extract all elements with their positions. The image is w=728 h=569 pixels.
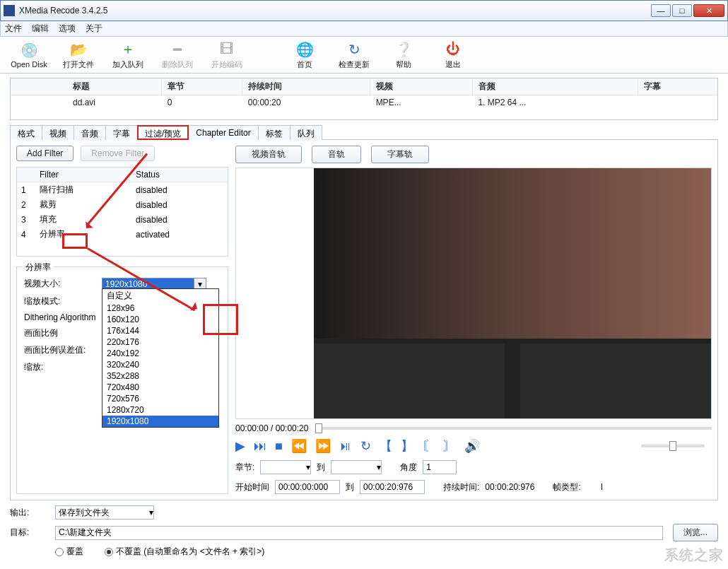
forward-icon[interactable]: ⏩ [315,438,331,454]
dropdown-option[interactable]: 220x176 [102,336,218,348]
target-label: 目标: [10,527,45,539]
volume-slider[interactable] [641,445,705,447]
end-time-input[interactable] [360,480,425,494]
dropdown-option[interactable]: 160x120 [102,314,218,325]
audio-track-button[interactable]: 音轨 [312,146,361,163]
step-fwd-icon[interactable]: ⏯ [339,439,352,454]
col-subtitle[interactable]: 字幕 [638,78,717,95]
player-controls: ▶ ⏭ ■ ⏪ ⏩ ⏯ ↻ 【 】 〘 〙 🔊 [235,438,712,454]
to-label-2: 到 [346,481,354,493]
frametype-label: 帧类型: [553,481,580,493]
filter-row[interactable]: 2裁剪disabled [17,197,228,212]
col-duration[interactable]: 持续时间 [242,78,370,95]
seek-thumb[interactable] [315,423,322,433]
tab-audio[interactable]: 音频 [74,125,106,140]
tab-format[interactable]: 格式 [10,125,42,140]
mark-in-icon[interactable]: 【 [380,438,392,454]
close-button[interactable]: ✕ [693,4,724,17]
toolbar-help[interactable]: ❔帮助 [379,38,428,72]
tab-queue[interactable]: 队列 [290,125,322,140]
chapter-to-combo[interactable]: ▾ [331,460,382,474]
frametype-value: I [601,482,603,492]
tab-subtitle[interactable]: 字幕 [105,125,138,140]
work-area: Add Filter Remove Filter FilterStatus 1隔… [10,140,718,500]
menu-about[interactable]: 关于 [86,23,102,35]
tab-tags[interactable]: 标签 [258,125,290,140]
tab-strip: 格式 视频 音频 字幕 过滤/预览 Chapter Editor 标签 队列 [10,124,718,140]
loop-icon[interactable]: ↻ [360,438,371,454]
minimize-button[interactable]: — [651,4,671,17]
col-status[interactable]: Status [131,168,228,182]
toolbar-check-update[interactable]: ↻检查更新 [329,38,379,72]
dropdown-option[interactable]: 320x240 [102,359,218,370]
tab-filter-preview[interactable]: 过滤/预览 [137,125,189,140]
resolution-group: 分辨率 视频大小: 1920x1080 ▾ 缩放模式: Dithering Al… [16,266,228,494]
toolbar-home[interactable]: 🌐首页 [280,38,329,72]
dropdown-option[interactable]: 720x576 [102,393,218,404]
aspect-tol-label: 画面比例误差值: [24,344,102,356]
dropdown-option[interactable]: 1280x720 [102,404,218,416]
dropdown-option[interactable]: 720x480 [102,382,218,393]
exit-icon: ⏻ [445,41,462,58]
overwrite-radio[interactable]: 覆盖 [55,546,83,558]
toolbar-add-queue[interactable]: ＋加入队列 [103,38,153,72]
home-icon: 🌐 [296,41,313,58]
next-icon[interactable]: ⏭ [254,439,266,454]
goto-in-icon[interactable]: 〘 [422,438,435,454]
time-readout: 00:00:00 / 00:00:20 [235,423,308,433]
col-video[interactable]: 视频 [370,78,473,95]
stop-icon[interactable]: ■ [275,439,283,454]
app-icon [4,5,15,16]
mark-out-icon[interactable]: 】 [401,438,413,454]
no-overwrite-radio[interactable]: 不覆盖 (自动重命名为 <文件名 + 索引>) [105,546,264,558]
tab-video[interactable]: 视频 [42,125,74,140]
left-panel: Add Filter Remove Filter FilterStatus 1隔… [16,146,228,494]
video-size-label: 视频大小: [24,278,102,290]
col-filter[interactable]: Filter [35,168,131,182]
menu-file[interactable]: 文件 [5,23,22,35]
toolbar-open-disk[interactable]: 💿Open Disk [4,38,54,72]
angle-label: 角度 [400,462,417,474]
col-chapter[interactable]: 章节 [162,78,242,95]
filter-row[interactable]: 4分辨率activated [17,227,228,242]
slider-thumb[interactable] [669,441,676,451]
output-mode-combo[interactable]: 保存到文件夹▾ [55,505,154,520]
menubar: 文件 编辑 选项 关于 [0,21,728,37]
volume-icon[interactable]: 🔊 [464,438,480,454]
menu-options[interactable]: 选项 [59,23,76,35]
seek-bar[interactable] [315,427,712,430]
dropdown-option[interactable]: 176x144 [102,325,218,336]
filter-row[interactable]: 3填充disabled [17,212,228,227]
dropdown-option[interactable]: 352x288 [102,370,218,382]
watermark: 系统之家 [664,546,724,565]
toolbar-remove-queue[interactable]: ━删除队列 [153,38,202,72]
menu-edit[interactable]: 编辑 [32,23,49,35]
folder-icon: 📂 [70,41,87,58]
col-title[interactable]: 标题 [67,78,162,95]
target-path[interactable]: C:\新建文件夹 [55,526,663,540]
preview-video [314,168,711,418]
play-icon[interactable]: ▶ [235,438,245,454]
video-audio-track-button[interactable]: 视频音轨 [235,146,302,163]
angle-spin[interactable]: 1 [423,460,457,474]
browse-button[interactable]: 浏览... [673,524,718,541]
goto-out-icon[interactable]: 〙 [443,438,456,454]
dropdown-option[interactable]: 240x192 [102,348,218,359]
tab-chapter-editor[interactable]: Chapter Editor [188,125,258,140]
output-label: 输出: [10,507,45,519]
toolbar-start-encode[interactable]: 🎞开始编码 [202,38,252,72]
start-time-input[interactable] [275,480,340,494]
help-icon: ❔ [395,41,412,58]
rewind-icon[interactable]: ⏪ [291,438,307,454]
file-row[interactable]: dd.avi 0 00:00:20 MPE... 1. MP2 64 ... [11,95,717,110]
toolbar-open-file[interactable]: 📂打开文件 [54,38,103,72]
toolbar-exit[interactable]: ⏻退出 [428,38,478,72]
chapter-from-combo[interactable]: ▾ [260,460,311,474]
maximize-button[interactable]: □ [672,4,692,17]
group-title: 分辨率 [23,262,54,274]
subtitle-track-button[interactable]: 字幕轨 [371,146,429,163]
col-audio[interactable]: 音频 [472,78,638,95]
titlebar: XMedia Recode 3.4.2.5 — □ ✕ [0,0,728,21]
dropdown-option[interactable]: 1920x1080 [102,416,218,427]
add-filter-button[interactable]: Add Filter [16,146,74,161]
